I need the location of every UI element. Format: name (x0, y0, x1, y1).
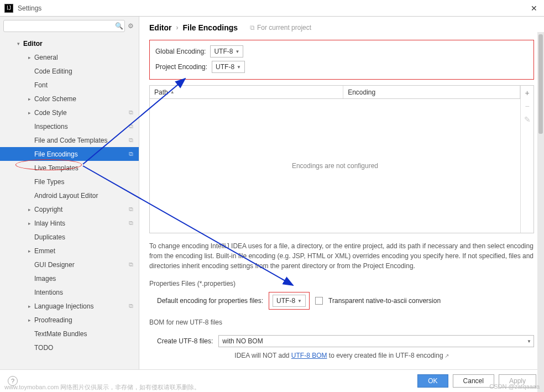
help-text: To change encoding IntelliJ IDEA uses fo… (149, 241, 534, 271)
chevron-right-icon: ▸ (27, 248, 32, 254)
tree-item-copyright[interactable]: ▸Copyright⧉ (0, 202, 139, 216)
copy-icon: ⧉ (129, 109, 133, 116)
transparent-ascii-checkbox[interactable] (315, 297, 323, 305)
project-encoding-combo[interactable]: UTF-8▼ (212, 61, 245, 73)
column-encoding[interactable]: Encoding (343, 86, 520, 98)
copy-icon: ⧉ (129, 302, 133, 310)
chevron-right-icon: › (176, 24, 178, 32)
encodings-table: Path ▲ Encoding Encodings are not config… (149, 85, 534, 233)
tree-item-inspections[interactable]: Inspections⧉ (0, 119, 139, 133)
app-icon: IJ (4, 4, 13, 13)
project-encoding-label: Project Encoding: (155, 63, 207, 71)
tree-item-emmet[interactable]: ▸Emmet (0, 244, 139, 258)
tree-item-images[interactable]: Images (0, 271, 139, 285)
tree-item-code-editing[interactable]: Code Editing (0, 64, 139, 78)
global-encoding-label: Global Encoding: (155, 48, 206, 55)
props-encoding-label: Default encoding for properties files: (157, 297, 263, 305)
tree-item-todo[interactable]: TODO (0, 341, 139, 354)
scope-badge: ⧉ For current project (250, 24, 311, 32)
chevron-down-icon: ▼ (235, 49, 239, 54)
breadcrumb-current: File Encodings (182, 23, 238, 32)
tree-item-file-and-code-templates[interactable]: File and Code Templates⧉ (0, 133, 139, 147)
breadcrumb: Editor › File Encodings ⧉ For current pr… (149, 23, 534, 32)
copy-icon: ⧉ (250, 24, 255, 32)
tree-item-inlay-hints[interactable]: ▸Inlay Hints⧉ (0, 216, 139, 230)
breadcrumb-root[interactable]: Editor (149, 23, 171, 32)
column-path[interactable]: Path ▲ (150, 86, 343, 98)
tree-item-proofreading[interactable]: ▸Proofreading (0, 313, 139, 327)
settings-tree[interactable]: ▾Editor▸GeneralCode EditingFont▸Color Sc… (0, 35, 139, 369)
tree-item-file-encodings[interactable]: File Encodings⧉ (0, 147, 139, 161)
titlebar: IJ Settings ✕ (0, 0, 544, 17)
chevron-right-icon: ▸ (27, 55, 32, 60)
tree-item-code-style[interactable]: ▸Code Style⧉ (0, 106, 139, 119)
bom-section-title: BOM for new UTF-8 files (149, 318, 534, 326)
transparent-ascii-label: Transparent native-to-ascii conversion (328, 297, 441, 305)
tree-item-gui-designer[interactable]: GUI Designer⧉ (0, 258, 139, 271)
table-toolbar: + − ✎ (520, 86, 533, 233)
global-encoding-combo[interactable]: UTF-8▼ (210, 45, 243, 58)
tree-item-android-layout-editor[interactable]: Android Layout Editor (0, 189, 139, 202)
copy-icon: ⧉ (129, 219, 133, 227)
remove-button: − (522, 101, 532, 111)
tree-item-file-types[interactable]: File Types (0, 175, 139, 189)
chevron-down-icon: ▾ (15, 41, 21, 46)
annotation-box: UTF-8▼ (269, 292, 310, 310)
table-empty-text: Encodings are not configured (150, 99, 520, 233)
close-icon[interactable]: ✕ (529, 4, 540, 13)
tree-item-font[interactable]: Font (0, 78, 139, 92)
chevron-down-icon: ▼ (297, 299, 302, 304)
copy-icon: ⧉ (129, 137, 133, 144)
chevron-down-icon: ▼ (237, 65, 241, 70)
copy-icon: ⧉ (129, 150, 133, 158)
tree-item-intentions[interactable]: Intentions (0, 285, 139, 299)
bom-label: Create UTF-8 files: (157, 337, 213, 345)
copy-icon: ⧉ (129, 261, 133, 268)
sidebar: 🔍 ⚙ ▾Editor▸GeneralCode EditingFont▸Colo… (0, 17, 139, 369)
sort-asc-icon: ▲ (170, 90, 175, 95)
copy-icon: ⧉ (129, 123, 133, 130)
chevron-right-icon: ▸ (27, 207, 32, 212)
chevron-right-icon: ▸ (27, 304, 32, 309)
tree-item-language-injections[interactable]: ▸Language Injections⧉ (0, 299, 139, 313)
window-title: Settings (18, 4, 529, 12)
chevron-right-icon: ▸ (27, 221, 32, 226)
bom-combo[interactable]: with NO BOM▼ (218, 335, 534, 347)
tree-item-color-scheme[interactable]: ▸Color Scheme (0, 92, 139, 106)
tree-group-editor[interactable]: ▾Editor (0, 36, 139, 50)
chevron-right-icon: ▸ (27, 96, 32, 102)
encoding-group-highlight: Global Encoding: UTF-8▼ Project Encoding… (149, 40, 534, 80)
chevron-right-icon: ▸ (27, 110, 32, 116)
watermark: www.toymoban.com 网络图片仅供展示，非存储，如有侵权请联系删除。… (4, 383, 540, 391)
external-link-icon: ↗ (444, 353, 449, 359)
props-encoding-combo[interactable]: UTF-8▼ (273, 295, 306, 307)
content-pane: Editor › File Encodings ⧉ For current pr… (139, 17, 544, 369)
chevron-right-icon: ▸ (27, 317, 32, 323)
tree-item-live-templates[interactable]: Live Templates (0, 161, 139, 175)
add-button[interactable]: + (522, 88, 532, 98)
filter-icon[interactable]: ⚙ (125, 21, 135, 31)
properties-section-title: Properties Files (*.properties) (149, 280, 534, 288)
copy-icon: ⧉ (129, 206, 133, 213)
chevron-down-icon: ▼ (527, 339, 531, 344)
search-input[interactable] (3, 20, 125, 32)
bom-link[interactable]: UTF-8 BOM (291, 352, 327, 359)
tree-item-general[interactable]: ▸General (0, 50, 139, 64)
tree-item-duplicates[interactable]: Duplicates (0, 230, 139, 244)
tree-item-textmate-bundles[interactable]: TextMate Bundles (0, 327, 139, 341)
bom-note: IDEA will NOT add UTF-8 BOM to every cre… (149, 352, 534, 359)
edit-button: ✎ (522, 114, 532, 124)
